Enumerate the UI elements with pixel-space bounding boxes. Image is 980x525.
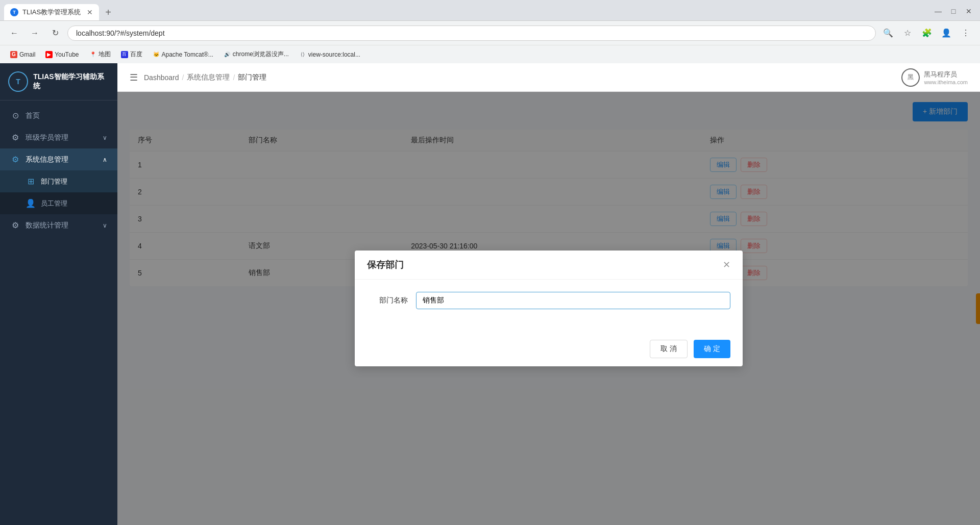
chevron-down-icon-data: ∨ [103,222,107,229]
refresh-button[interactable]: ↻ [47,25,63,41]
header-brand: 黑 黑马程序员 www.itheima.com [901,68,968,87]
confirm-button[interactable]: 确 定 [694,340,730,358]
logo-text: TLIAS智能学习辅助系统 [33,72,109,91]
modal-title: 保存部门 [367,259,404,271]
back-button[interactable]: ← [6,25,22,41]
hamburger-button[interactable]: ☰ [130,72,138,83]
modal-header: 保存部门 ✕ [355,251,743,280]
bookmark-tomcat[interactable]: 🐱 Apache Tomcat®... [149,49,217,60]
sidebar-item-home-label: 首页 [26,111,40,120]
sidebar-item-sys-label: 系统信息管理 [26,155,68,164]
sidebar-item-emp-label: 员工管理 [41,199,67,208]
tab-favicon: T [10,8,18,16]
sidebar-item-data-label: 数据统计管理 [26,221,68,230]
sys-mgmt-submenu: ⊞ 部门管理 👤 员工管理 [0,170,117,214]
dept-name-input[interactable] [416,292,730,309]
menu-icon[interactable]: ⋮ [958,25,974,41]
bookmark-maps[interactable]: 📍 地图 [85,48,115,60]
sidebar: T TLIAS智能学习辅助系统 ⊙ 首页 ⚙ 班级学员管理 ∨ ⚙ 系统信息管理… [0,63,117,525]
chevron-down-icon: ∨ [103,134,107,141]
sidebar-item-data-stats[interactable]: ⚙ 数据统计管理 ∨ [0,214,117,236]
sys-mgmt-icon: ⚙ [10,155,20,164]
sidebar-item-home[interactable]: ⊙ 首页 [0,105,117,127]
forward-button[interactable]: → [27,25,43,41]
new-tab-button[interactable]: + [101,5,115,19]
address-bar: ← → ↻ 🔍 ☆ 🧩 👤 ⋮ [0,20,980,45]
main-content: + 新增部门 序号 部门名称 最后操作时间 操作 [117,92,980,525]
brand-url: www.itheima.com [924,79,968,85]
search-icon[interactable]: 🔍 [880,25,896,41]
browser-tab[interactable]: T TLIAS教学管理系统 ✕ [4,4,99,20]
tab-title: TLIAS教学管理系统 [22,8,81,17]
dept-name-field: 部门名称 [367,292,730,309]
bookmark-chrome-sound[interactable]: 🔊 chrome浏览器没声... [219,48,293,60]
bookmark-view-source[interactable]: ⟨⟩ view-source:local... [295,49,364,60]
sidebar-item-class-label: 班级学员管理 [26,133,68,142]
save-dept-modal: 保存部门 ✕ 部门名称 取 消 确 定 [355,251,743,366]
home-icon: ⊙ [10,111,20,120]
tab-close-btn[interactable]: ✕ [87,8,93,16]
sidebar-logo: T TLIAS智能学习辅助系统 [0,63,117,101]
bookmark-baidu[interactable]: 百 百度 [117,48,146,60]
profile-icon[interactable]: 👤 [938,25,954,41]
sidebar-item-sys-mgmt[interactable]: ⚙ 系统信息管理 ∧ [0,148,117,170]
sidebar-item-class-mgmt[interactable]: ⚙ 班级学员管理 ∨ [0,127,117,148]
close-window-button[interactable]: ✕ [962,4,976,18]
sidebar-item-emp-mgmt[interactable]: 👤 员工管理 [0,192,117,214]
bookmark-icon[interactable]: ☆ [899,25,916,41]
bookmark-gmail[interactable]: G Gmail [6,49,39,60]
brand-logo-icon: 黑 [901,68,920,87]
sidebar-item-dept-label: 部门管理 [41,177,67,186]
page-header: ☰ Dashboard / 系统信息管理 / 部门管理 黑 黑马程序员 www.… [117,63,980,92]
dept-name-label: 部门名称 [367,296,408,305]
modal-body: 部门名称 [355,280,743,332]
class-mgmt-icon: ⚙ [10,133,20,142]
minimize-button[interactable]: — [931,4,945,18]
address-input[interactable] [67,26,876,41]
breadcrumb: Dashboard / 系统信息管理 / 部门管理 [144,73,266,82]
brand-name: 黑马程序员 [924,70,968,79]
dept-mgmt-icon: ⊞ [26,177,36,186]
breadcrumb-home[interactable]: Dashboard [144,73,179,82]
bookmark-youtube[interactable]: ▶ YouTube [41,49,83,60]
breadcrumb-sys-mgmt[interactable]: 系统信息管理 [187,73,230,82]
breadcrumb-dept-mgmt: 部门管理 [238,73,266,82]
sidebar-menu: ⊙ 首页 ⚙ 班级学员管理 ∨ ⚙ 系统信息管理 ∧ ⊞ 部门管理 [0,101,117,525]
data-stats-icon: ⚙ [10,220,20,230]
bookmarks-bar: G Gmail ▶ YouTube 📍 地图 百 百度 🐱 Apache Tom… [0,45,980,63]
modal-footer: 取 消 确 定 [355,332,743,366]
maximize-button[interactable]: □ [946,4,961,18]
sidebar-item-dept-mgmt[interactable]: ⊞ 部门管理 [0,170,117,192]
chevron-up-icon: ∧ [103,156,107,163]
modal-close-button[interactable]: ✕ [723,259,730,270]
emp-mgmt-icon: 👤 [26,198,36,208]
cancel-button[interactable]: 取 消 [650,340,688,358]
logo-icon: T [8,71,28,92]
extensions-icon[interactable]: 🧩 [919,25,935,41]
modal-overlay[interactable]: 保存部门 ✕ 部门名称 取 消 确 定 [117,92,980,525]
